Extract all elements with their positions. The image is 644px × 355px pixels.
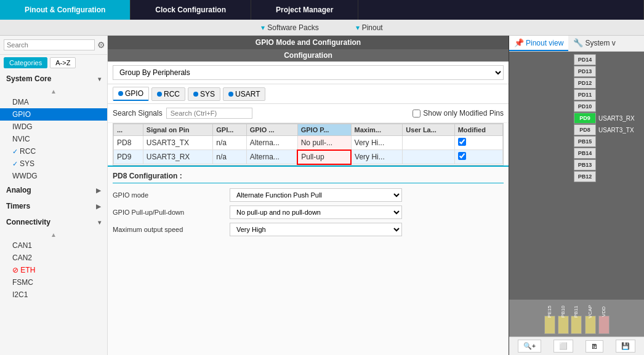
vert-pin-box-vcap [585, 316, 596, 334]
nav-pinout-config[interactable]: Pinout & Configuration [0, 0, 131, 20]
table-container: ... Signal on Pin GPI... GPIO ... GPIO P… [113, 123, 504, 166]
app-root: Pinout & Configuration Clock Configurati… [0, 0, 644, 355]
pinout-nav[interactable]: ▾ Pinout [356, 23, 383, 32]
main-layout: ⚙ Categories A->Z System Core ▾ ▲ DMA GP… [0, 36, 644, 355]
sidebar-section-header-system-core[interactable]: System Core ▾ [0, 71, 107, 87]
row0-col3: Alterna... [246, 136, 297, 150]
nav-extra [358, 0, 644, 20]
row0-col1: USART3_TX [143, 136, 212, 150]
gpio-mode-label: GPIO mode [113, 191, 223, 199]
save-button[interactable]: 💾 [616, 340, 635, 353]
system-icon: 🔧 [573, 38, 583, 47]
tab-system-view[interactable]: 🔧 System v [568, 36, 620, 51]
gear-icon[interactable]: ⚙ [97, 40, 105, 50]
gpio-tab-sys[interactable]: SYS [188, 87, 220, 101]
tab-pinout-view[interactable]: 📌 Pinout view [509, 36, 568, 51]
pull-up-down-select[interactable]: No pull-up and no pull-down Pull-up Pull… [230, 205, 402, 219]
pin-box-pd9: PD9 [574, 113, 596, 124]
pin-box-pd11: PD11 [574, 89, 596, 100]
row0-col4[interactable]: No pull-... [297, 136, 351, 150]
usart-dot [228, 92, 233, 97]
config-row-pull-up-down: GPIO Pull-up/Pull-down No pull-up and no… [113, 205, 504, 219]
vert-pin-label-pe15: PE15 [547, 306, 553, 318]
vert-pin-label-vcap: VCAP [587, 305, 593, 319]
max-speed-select[interactable]: Low Medium High Very High [230, 223, 402, 236]
sidebar-item-nvic[interactable]: NVIC [0, 133, 107, 145]
config-label: Configuration [108, 49, 509, 62]
software-packs-nav[interactable]: ▾ Software Packs [261, 23, 318, 32]
search-signals-row: Search Signals Show only Modified Pins [108, 104, 509, 123]
col-header-4: GPIO P... [297, 124, 351, 136]
row0-col7[interactable] [454, 136, 502, 150]
row1-col7[interactable] [454, 150, 502, 164]
col-header-1: Signal on Pin [143, 124, 212, 136]
vert-pin-label-pb10: PB10 [560, 306, 566, 318]
fit-button[interactable]: ⬜ [553, 340, 573, 353]
pin-pd10: PD10 [574, 101, 642, 112]
sidebar-section-header-analog[interactable]: Analog ▶ [0, 182, 107, 198]
gpio-mode-select[interactable]: Alternate Function Push Pull Alternate F… [230, 188, 402, 202]
config-row-gpio-mode: GPIO mode Alternate Function Push Pull A… [113, 188, 504, 202]
row1-col6 [403, 150, 454, 164]
search-signals-input[interactable] [166, 108, 252, 119]
sidebar-item-dma[interactable]: DMA [0, 96, 107, 108]
sidebar-search-input[interactable] [4, 39, 95, 50]
nav-project-manager[interactable]: Project Manager [251, 0, 358, 20]
pin-box-pd14: PD14 [574, 54, 596, 65]
sidebar-item-fsmc[interactable]: FSMC [0, 276, 107, 289]
row1-col1: USART3_RX [143, 150, 212, 164]
tab-categories[interactable]: Categories [4, 57, 47, 68]
sidebar-section-header-timers[interactable]: Timers ▶ [0, 198, 107, 214]
gpio-tab-gpio[interactable]: GPIO [113, 87, 149, 101]
sidebar-item-can2[interactable]: CAN2 [0, 252, 107, 264]
bottom-config-panel: PD8 Configuration : GPIO mode Alternate … [108, 166, 509, 356]
vert-pin-pb10: PB10 [557, 309, 570, 334]
row1-col4-highlighted[interactable]: Pull-up [297, 150, 351, 164]
show-modified-checkbox[interactable] [413, 110, 421, 118]
sys-dot [193, 92, 198, 97]
show-modified-checkbox-row: Show only Modified Pins [413, 109, 504, 118]
chevron-down-icon-connectivity: ▾ [98, 219, 101, 226]
sidebar-item-wwdg[interactable]: WWDG [0, 170, 107, 182]
sidebar-item-can1[interactable]: CAN1 [0, 239, 107, 252]
show-modified-label: Show only Modified Pins [423, 109, 504, 118]
col-header-0: ... [114, 124, 143, 136]
config-row-max-speed: Maximum output speed Low Medium High Ver… [113, 223, 504, 236]
sidebar-section-header-connectivity[interactable]: Connectivity ▾ [0, 214, 107, 230]
sidebar-item-gpio[interactable]: GPIO [0, 108, 107, 121]
row1-col2: n/a [213, 150, 246, 164]
right-panel-bottom-toolbar: 🔍+ ⬜ 🖹 💾 [509, 337, 644, 355]
content-area: GPIO Mode and Configuration Configuratio… [108, 36, 509, 355]
pin-pd8: PD8 USART3_TX [574, 124, 642, 135]
group-by-dropdown[interactable]: Group By Peripherals [113, 65, 504, 80]
vert-pin-pb11: PB11 [570, 309, 582, 334]
gpio-tab-usart[interactable]: USART [223, 87, 265, 101]
pin-pb12: PB12 [574, 171, 642, 182]
sidebar-item-rcc[interactable]: RCC [0, 145, 107, 158]
sidebar-item-eth[interactable]: ETH [0, 264, 107, 276]
pin-box-pd8: PD8 [574, 124, 596, 135]
zoom-in-button[interactable]: 🔍+ [518, 340, 541, 353]
sidebar-item-sys[interactable]: SYS [0, 158, 107, 170]
gpio-tab-rcc[interactable]: RCC [151, 87, 185, 101]
export-button[interactable]: 🖹 [586, 340, 603, 353]
second-nav-bar: ▾ Software Packs ▾ Pinout [0, 20, 644, 36]
sidebar-section-system-core: System Core ▾ ▲ DMA GPIO IWDG NVIC RCC S… [0, 71, 107, 182]
max-speed-label: Maximum output speed [113, 226, 223, 233]
nav-clock-config[interactable]: Clock Configuration [131, 0, 251, 20]
row1-col0: PD9 [114, 150, 143, 164]
scroll-up-arrow[interactable]: ▲ [0, 87, 107, 96]
search-signals-label: Search Signals [113, 109, 163, 118]
pin-signal-pd9: USART3_RX [598, 115, 642, 122]
row1-modified-checkbox[interactable] [458, 152, 466, 160]
pin-box-pb13: PB13 [574, 159, 596, 170]
pin-box-pb14: PB14 [574, 148, 596, 159]
tab-a-z[interactable]: A->Z [50, 57, 76, 68]
pin-pd12: PD12 [574, 78, 642, 89]
pin-list: PD14 PD13 PD12 PD11 PD10 PD9 [571, 52, 644, 185]
sidebar-item-iwdg[interactable]: IWDG [0, 121, 107, 133]
scroll-up-arrow-connectivity[interactable]: ▲ [0, 230, 107, 239]
rcc-dot [157, 92, 162, 97]
sidebar-item-i2c1[interactable]: I2C1 [0, 289, 107, 301]
row0-modified-checkbox[interactable] [458, 138, 466, 146]
